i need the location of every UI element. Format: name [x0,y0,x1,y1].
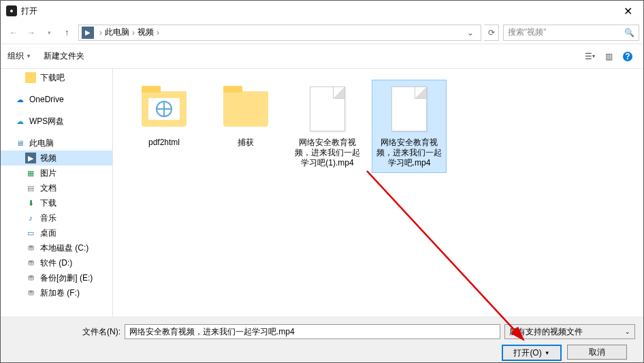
help-button[interactable]: ? [619,48,637,65]
sidebar-item[interactable]: ♪音乐 [1,210,112,225]
close-button[interactable]: ✕ [613,1,643,21]
breadcrumb-dropdown-icon[interactable]: ⌄ [463,28,478,37]
sidebar-item[interactable]: ☁WPS网盘 [1,114,112,129]
music-icon: ♪ [25,212,36,223]
breadcrumb-sep: › [129,28,138,37]
location-icon: ▶ [82,27,94,39]
recent-dropdown[interactable]: ▾ [40,24,58,42]
breadcrumb-folder[interactable]: 视频 [138,27,154,38]
disk-icon: ⛃ [25,287,36,298]
cloud-b-icon: ☁ [14,94,25,105]
up-button[interactable]: ↑ [58,24,76,42]
file-icon [304,84,351,133]
file-label: 网络安全教育视频，进来我们一起学习吧.mp4 [375,138,443,168]
chevron-down-icon: ⌄ [625,328,630,335]
sidebar-item-label: WPS网盘 [29,116,64,127]
desk-icon: ▭ [25,227,36,238]
sidebar-item-label: 桌面 [40,227,57,239]
toolbar: 组织 ▼ 新建文件夹 ☰▾ ▥ ? [1,44,643,69]
sidebar: 下载吧☁OneDrive☁WPS网盘🖥此电脑▶视频▦图片▤文档⬇下载♪音乐▭桌面… [1,69,113,317]
preview-pane-button[interactable]: ▥ [600,48,617,65]
sidebar-item[interactable]: ▭桌面 [1,225,112,240]
breadcrumb-sep: › [154,28,162,37]
new-folder-button[interactable]: 新建文件夹 [44,50,84,62]
file-item[interactable]: 网络安全教育视频，进来我们一起学习吧.mp4 [372,80,447,173]
open-button-label: 打开(O) [513,347,541,359]
app-icon: ● [6,5,17,16]
doc-icon: ▤ [25,183,36,193]
refresh-button[interactable]: ⟳ [484,25,499,41]
disk-icon: ⛃ [25,257,36,268]
filter-dropdown[interactable]: 所有支持的视频文件 ⌄ [504,324,635,339]
breadcrumb-root[interactable]: 此电脑 [105,27,129,38]
filename-label: 文件名(N): [9,326,125,338]
breadcrumb[interactable]: ▶ › 此电脑 › 视频 › ⌄ [78,25,481,41]
sidebar-item-label: 下载 [40,198,57,209]
file-item[interactable]: 捕获 [208,80,283,153]
sidebar-item[interactable]: ⬇下载 [1,195,112,210]
open-button[interactable]: 打开(O) ▼ [502,345,562,361]
folder-icon [222,84,270,133]
sidebar-item[interactable]: 🖥此电脑 [1,136,112,151]
back-button[interactable]: ← [5,24,22,42]
chevron-down-icon: ▼ [545,350,550,356]
sidebar-item-label: 备份[勿删] (E:) [40,272,93,284]
folder-icon [140,84,188,133]
organize-label: 组织 [7,50,24,62]
search-icon: 🔍 [624,28,634,37]
filename-input[interactable] [125,324,500,339]
file-label: 捕获 [212,138,280,148]
search-input[interactable]: 搜索"视频" 🔍 [503,25,639,41]
cancel-button-label: 取消 [589,347,605,358]
nav-bar: ← → ▾ ↑ ▶ › 此电脑 › 视频 › ⌄ ⟳ 搜索"视频" 🔍 [1,21,643,44]
search-placeholder: 搜索"视频" [508,27,547,38]
main-area: 下载吧☁OneDrive☁WPS网盘🖥此电脑▶视频▦图片▤文档⬇下载♪音乐▭桌面… [1,69,643,317]
breadcrumb-sep: › [97,28,105,37]
file-list[interactable]: pdf2html捕获网络安全教育视频，进来我们一起学习吧(1).mp4网络安全教… [113,69,643,317]
sidebar-item-label: 新加卷 (F:) [40,287,80,299]
organize-menu[interactable]: 组织 ▼ [7,50,31,62]
titlebar: ● 打开 ✕ [1,1,643,21]
sidebar-item[interactable]: ⛃备份[勿删] (E:) [1,270,112,285]
vid-icon: ▶ [25,153,36,163]
bottom-bar: 文件名(N): 所有支持的视频文件 ⌄ 打开(O) ▼ 取消 [1,317,643,363]
sidebar-item-label: 软件 (D:) [40,257,72,269]
cancel-button[interactable]: 取消 [567,345,627,360]
new-folder-label: 新建文件夹 [44,50,84,62]
svg-text:?: ? [625,52,630,61]
sidebar-item[interactable]: ▤文档 [1,180,112,195]
chevron-down-icon: ▼ [26,53,31,59]
sidebar-item-label: 本地磁盘 (C:) [40,242,88,254]
sidebar-item[interactable]: ⛃新加卷 (F:) [1,285,112,300]
sidebar-item-label: OneDrive [29,95,64,104]
sidebar-item[interactable]: ☁OneDrive [1,92,112,107]
sidebar-item-label: 下载吧 [40,72,65,84]
sidebar-item[interactable]: ⛃本地磁盘 (C:) [1,240,112,255]
pc-icon: 🖥 [14,138,25,148]
file-label: pdf2html [130,138,198,148]
cloud-o-icon: ☁ [14,116,25,127]
dl-icon: ⬇ [25,198,36,208]
window-title: 打开 [21,5,613,17]
sidebar-item-label: 图片 [40,168,57,179]
file-item[interactable]: pdf2html [127,80,202,153]
file-label: 网络安全教育视频，进来我们一起学习吧(1).mp4 [293,138,361,168]
disk-icon: ⛃ [25,272,36,283]
sidebar-item-label: 文档 [40,183,57,194]
file-item[interactable]: 网络安全教育视频，进来我们一起学习吧(1).mp4 [290,80,365,173]
file-icon [385,84,433,133]
sidebar-item[interactable]: ▦图片 [1,165,112,180]
view-options-button[interactable]: ☰▾ [581,48,598,65]
img-icon: ▦ [25,168,36,178]
folder-y-icon [25,72,36,83]
sidebar-item-label: 视频 [40,153,57,164]
filter-label: 所有支持的视频文件 [509,326,583,338]
sidebar-item-label: 此电脑 [29,138,54,149]
forward-button[interactable]: → [22,24,40,42]
sidebar-item-label: 音乐 [40,212,57,224]
sidebar-item[interactable]: ▶视频 [1,151,112,165]
sidebar-item[interactable]: 下载吧 [1,70,112,85]
disk-icon: ⛃ [25,242,36,253]
sidebar-item[interactable]: ⛃软件 (D:) [1,255,112,270]
